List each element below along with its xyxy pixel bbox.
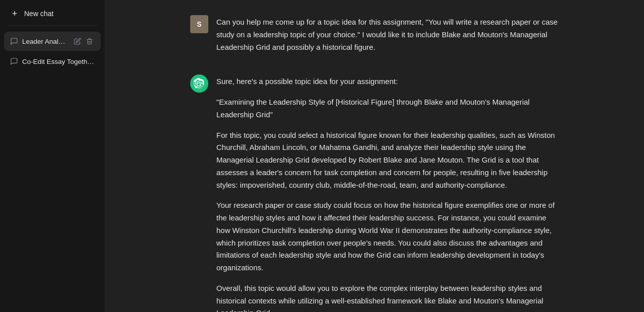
new-chat-button[interactable]: + New chat — [4, 4, 101, 23]
edit-chat-button[interactable] — [72, 36, 83, 46]
user-message-row: S Can you help me come up for a topic id… — [190, 14, 558, 53]
chat-bubble-icon-2 — [10, 57, 18, 65]
user-avatar: S — [190, 15, 208, 33]
chat-item-actions — [72, 36, 95, 46]
new-chat-label: New chat — [24, 10, 53, 18]
ai-paragraph-2: Your research paper or case study could … — [216, 199, 558, 274]
main-chat-area: S Can you help me come up for a topic id… — [105, 0, 644, 312]
ai-message-body: Sure, here's a possible topic idea for y… — [216, 73, 558, 312]
user-message-body: Can you help me come up for a topic idea… — [216, 14, 558, 53]
sidebar-item-chat-2[interactable]: Co-Edit Essay Together. — [4, 53, 101, 70]
chat-item-label: Leader Analysis w/ Bla — [22, 38, 68, 45]
sidebar-item-chat-1[interactable]: Leader Analysis w/ Bla — [4, 32, 101, 51]
chat-messages[interactable]: S Can you help me come up for a topic id… — [105, 0, 644, 312]
ai-message-group: Sure, here's a possible topic idea for y… — [178, 69, 571, 312]
ai-paragraph-3: Overall, this topic would allow you to e… — [216, 282, 558, 312]
sidebar-divider — [8, 25, 97, 26]
ai-paragraph-1: For this topic, you could select a histo… — [216, 129, 558, 192]
user-message-group: S Can you help me come up for a topic id… — [178, 10, 571, 69]
ai-intro: Sure, here's a possible topic idea for y… — [216, 75, 558, 88]
chat-item-label-2: Co-Edit Essay Together. — [22, 58, 95, 65]
ai-message-text: Sure, here's a possible topic idea for y… — [216, 75, 558, 312]
ai-topic-title: "Examining the Leadership Style of [Hist… — [216, 96, 558, 121]
chat-bubble-icon — [10, 37, 18, 45]
user-message-text: Can you help me come up for a topic idea… — [216, 16, 558, 53]
sidebar: + New chat Leader Analysis w/ Bla — [0, 0, 105, 312]
ai-message-row: Sure, here's a possible topic idea for y… — [190, 73, 558, 312]
ai-avatar — [190, 74, 208, 93]
delete-chat-button[interactable] — [85, 36, 95, 46]
plus-icon: + — [10, 9, 19, 18]
